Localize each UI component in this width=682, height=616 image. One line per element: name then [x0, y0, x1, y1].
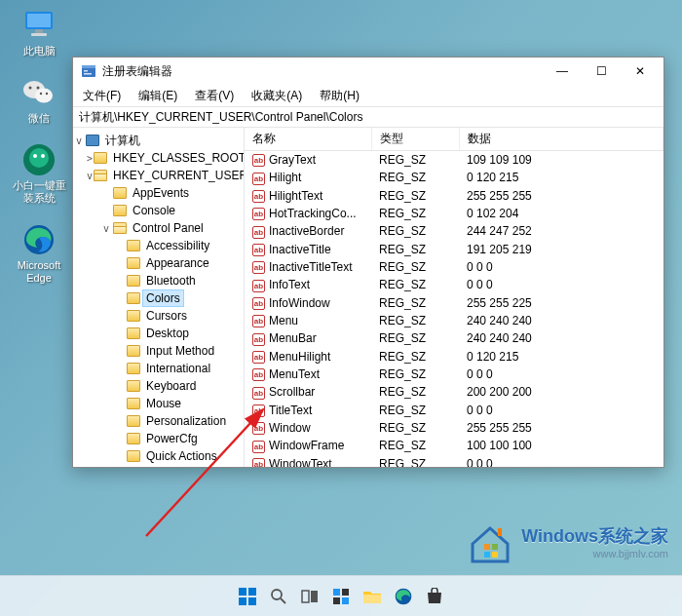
- tree-node-label: Cursors: [143, 308, 190, 324]
- value-data: 100 100 100: [459, 437, 663, 454]
- desktop-icon-pc[interactable]: 此电脑: [12, 8, 66, 58]
- value-name: MenuText: [269, 367, 320, 381]
- tree-node-label: International: [143, 361, 213, 376]
- edge-taskbar-button[interactable]: [391, 584, 416, 609]
- registry-value-row[interactable]: abHotTrackingCo...REG_SZ0 102 204: [245, 205, 663, 222]
- registry-value-row[interactable]: abMenuHilightREG_SZ0 120 215: [245, 348, 663, 366]
- tree-node[interactable]: PowerCfg: [73, 430, 244, 447]
- registry-value-row[interactable]: abWindowFrameREG_SZ100 100 100: [245, 437, 663, 454]
- address-bar[interactable]: 计算机\HKEY_CURRENT_USER\Control Panel\Colo…: [73, 106, 663, 128]
- registry-value-row[interactable]: abWindowTextREG_SZ0 0 0: [245, 455, 663, 467]
- svg-rect-35: [492, 544, 498, 550]
- registry-value-row[interactable]: abInfoWindowREG_SZ255 255 225: [245, 294, 663, 312]
- house-icon: [467, 519, 513, 565]
- minimize-button[interactable]: —: [543, 58, 582, 85]
- registry-value-row[interactable]: abGrayTextREG_SZ109 109 109: [245, 151, 663, 170]
- registry-value-row[interactable]: abMenuBarREG_SZ240 240 240: [245, 329, 663, 347]
- registry-value-row[interactable]: abHilightREG_SZ0 120 215: [245, 169, 663, 186]
- svg-rect-28: [333, 589, 340, 596]
- col-type[interactable]: 类型: [371, 128, 459, 151]
- store-button[interactable]: [422, 584, 447, 609]
- window-buttons: — ☐ ✕: [543, 58, 660, 85]
- explorer-button[interactable]: [360, 584, 385, 609]
- value-data: 244 247 252: [459, 222, 663, 240]
- titlebar[interactable]: 注册表编辑器 — ☐ ✕: [73, 58, 663, 85]
- svg-point-6: [29, 87, 32, 90]
- registry-value-row[interactable]: abInactiveBorderREG_SZ244 247 252: [245, 222, 663, 240]
- svg-point-8: [40, 93, 42, 95]
- tree-node[interactable]: Keyboard: [73, 377, 244, 395]
- menu-edit[interactable]: 编辑(E): [134, 86, 181, 106]
- registry-value-row[interactable]: abHilightTextREG_SZ255 255 255: [245, 187, 663, 205]
- menu-view[interactable]: 查看(V): [191, 86, 238, 106]
- tree-node[interactable]: vControl Panel: [73, 219, 244, 237]
- tree-node[interactable]: Bluetooth: [73, 272, 244, 289]
- menu-favorites[interactable]: 收藏夹(A): [247, 86, 306, 106]
- registry-value-row[interactable]: abScrollbarREG_SZ200 200 200: [245, 383, 663, 401]
- chevron-down-icon[interactable]: v: [73, 135, 85, 146]
- svg-rect-37: [492, 552, 498, 558]
- value-data: 240 240 240: [459, 312, 663, 329]
- string-value-icon: ab: [252, 351, 265, 364]
- tree-node-label: HKEY_CLASSES_ROOT: [110, 150, 245, 166]
- value-name: GrayText: [269, 153, 316, 167]
- svg-point-24: [272, 590, 282, 599]
- maximize-button[interactable]: ☐: [582, 58, 621, 85]
- value-name: InactiveBorder: [269, 224, 344, 238]
- tree-node[interactable]: Mouse: [73, 395, 244, 412]
- tree-node[interactable]: Personalization: [73, 412, 244, 430]
- start-button[interactable]: [235, 584, 260, 609]
- value-type: REG_SZ: [371, 455, 459, 467]
- svg-rect-34: [484, 544, 490, 550]
- tree-node[interactable]: vHKEY_CURRENT_USER: [73, 167, 244, 184]
- desktop-icon-xiaobai[interactable]: 小白一键重装系统: [12, 142, 66, 205]
- tree-node[interactable]: Colors: [73, 289, 244, 307]
- menu-file[interactable]: 文件(F): [79, 86, 125, 106]
- value-name: InactiveTitleText: [269, 260, 353, 274]
- registry-value-row[interactable]: abWindowREG_SZ255 255 255: [245, 419, 663, 437]
- col-data[interactable]: 数据: [459, 128, 663, 151]
- tree-node[interactable]: Cursors: [73, 307, 244, 325]
- tree-node[interactable]: Accessibility: [73, 237, 244, 254]
- registry-value-row[interactable]: abTitleTextREG_SZ0 0 0: [245, 402, 663, 419]
- desktop-icon-edge[interactable]: Microsoft Edge: [12, 222, 66, 285]
- tree-pane[interactable]: v计算机>HKEY_CLASSES_ROOTvHKEY_CURRENT_USER…: [73, 128, 245, 467]
- folder-icon: [127, 275, 140, 287]
- registry-value-row[interactable]: abMenuTextREG_SZ0 0 0: [245, 366, 663, 383]
- value-name: Menu: [269, 314, 298, 327]
- desktop-icon-label: 此电脑: [23, 45, 56, 58]
- value-data: 255 255 255: [459, 187, 663, 205]
- registry-value-row[interactable]: abMenuREG_SZ240 240 240: [245, 312, 663, 329]
- tree-node-label: Personalization: [143, 413, 229, 429]
- list-pane[interactable]: 名称 类型 数据 abGrayTextREG_SZ109 109 109abHi…: [245, 128, 663, 467]
- widgets-button[interactable]: [328, 584, 354, 609]
- svg-point-13: [41, 154, 45, 158]
- tree-node[interactable]: Desktop: [73, 325, 244, 342]
- chevron-down-icon[interactable]: v: [100, 223, 112, 234]
- chevron-down-icon[interactable]: v: [87, 171, 93, 181]
- close-button[interactable]: ✕: [621, 58, 660, 85]
- tree-node[interactable]: AppEvents: [73, 184, 244, 202]
- chevron-right-icon[interactable]: >: [87, 153, 93, 164]
- menu-help[interactable]: 帮助(H): [316, 86, 363, 106]
- col-name[interactable]: 名称: [245, 128, 371, 151]
- registry-value-row[interactable]: abInactiveTitleTextREG_SZ0 0 0: [245, 258, 663, 276]
- search-button[interactable]: [266, 584, 291, 609]
- string-value-icon: ab: [252, 261, 265, 274]
- tree-node[interactable]: International: [73, 360, 244, 377]
- registry-value-row[interactable]: abInactiveTitleREG_SZ191 205 219: [245, 241, 663, 258]
- tree-node[interactable]: >HKEY_CLASSES_ROOT: [73, 149, 244, 167]
- registry-value-row[interactable]: abInfoTextREG_SZ0 0 0: [245, 276, 663, 293]
- tree-node-label: 计算机: [102, 132, 143, 150]
- desktop-icon-wechat[interactable]: 微信: [12, 75, 66, 125]
- window-title: 注册表编辑器: [102, 63, 543, 80]
- svg-rect-29: [342, 589, 349, 596]
- tree-node[interactable]: Quick Actions: [73, 447, 244, 465]
- tree-node[interactable]: Appearance: [73, 254, 244, 272]
- tree-node[interactable]: Console: [73, 202, 244, 219]
- tree-node[interactable]: v计算机: [73, 132, 244, 149]
- taskview-button[interactable]: [297, 584, 322, 609]
- tree-node-label: Control Panel: [130, 220, 207, 236]
- tree-node[interactable]: Input Method: [73, 342, 244, 360]
- tree-node[interactable]: Sound: [73, 465, 244, 467]
